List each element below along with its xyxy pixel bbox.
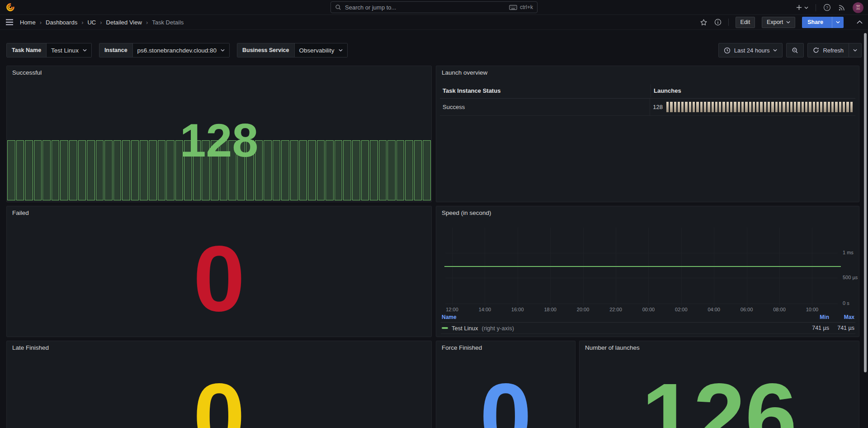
help-icon[interactable]: ? [823, 4, 831, 11]
legend-header-min[interactable]: Min [797, 314, 829, 320]
x-tick-label: 18:00 [544, 307, 557, 312]
panel-force-finished[interactable]: Force Finished 0 [436, 341, 576, 428]
sparkline-bar [741, 102, 744, 112]
avatar-glyph: ♖ [855, 4, 861, 11]
time-range-picker[interactable]: Last 24 hours [718, 43, 783, 57]
sparkline-bar [824, 102, 826, 112]
panel-title: Successful [12, 69, 42, 76]
filter-value-dropdown[interactable]: Test Linux [46, 43, 91, 57]
series-name[interactable]: Test Linux [452, 325, 478, 332]
panel-title: Late Finished [12, 344, 49, 351]
sparkline-bar [843, 102, 845, 112]
chevron-down-icon [804, 6, 808, 9]
divider [728, 19, 729, 26]
search-input[interactable]: Search or jump to... ctrl+k [330, 1, 538, 13]
edit-label: Edit [741, 19, 750, 25]
sparkline-bar [756, 102, 759, 112]
panel-successful[interactable]: Successful 128 [6, 66, 432, 202]
speed-chart-plot[interactable] [445, 228, 838, 306]
col-task-instance-status[interactable]: Task Instance Status [440, 83, 651, 98]
legend-header-name[interactable]: Name [442, 314, 797, 320]
sparkline-bar [704, 102, 706, 112]
user-avatar[interactable]: ♖ [853, 2, 863, 13]
series-axis-note: (right y-axis) [482, 325, 514, 332]
y-tick-label: 0 s [843, 300, 849, 306]
sparkline-bar [787, 102, 789, 112]
x-tick-label: 16:00 [511, 307, 524, 312]
share-dropdown-button[interactable] [832, 17, 844, 28]
filter-value-dropdown[interactable]: ps6.stonebranchdev.cloud:80 [132, 43, 229, 57]
share-button[interactable]: Share [802, 17, 844, 28]
sparkline-bar [846, 102, 849, 112]
col-launches[interactable]: Launches [651, 84, 855, 97]
caret-up-icon[interactable] [857, 20, 863, 24]
sparkline-bar [674, 102, 676, 112]
clock-icon [724, 47, 731, 54]
news-icon[interactable] [838, 4, 845, 11]
cell-launches: 128 [650, 99, 855, 115]
x-tick-label: 06:00 [741, 307, 753, 312]
grafana-logo-icon[interactable] [5, 2, 15, 12]
panel-title: Speed (in second) [442, 209, 491, 216]
x-tick-label: 02:00 [675, 307, 688, 312]
sparkline-bar [764, 102, 766, 112]
sparkline-bar [749, 102, 751, 112]
launches-sparkline [666, 102, 853, 112]
stat-value-force-finished: 0 [436, 341, 575, 428]
breadcrumb-separator: › [146, 19, 148, 26]
breadcrumb-item-dashboards[interactable]: Dashboards [46, 19, 77, 26]
plus-icon [796, 5, 802, 10]
panel-number-of-launches[interactable]: Number of launches 126 [579, 341, 859, 428]
sparkline-bar [726, 102, 729, 112]
refresh-icon [813, 47, 819, 53]
edit-button[interactable]: Edit [736, 17, 755, 28]
breadcrumb-item-uc[interactable]: UC [87, 19, 96, 26]
refresh-button[interactable]: Refresh [807, 43, 862, 57]
sparkline-bar [745, 102, 747, 112]
info-icon[interactable] [714, 19, 722, 26]
variables-bar: Task NameTest LinuxInstanceps6.stonebran… [6, 43, 862, 57]
breadcrumb-item-detailed-view[interactable]: Detailed View [106, 19, 142, 26]
filter-business-service[interactable]: Business ServiceObservability [237, 43, 348, 57]
panel-title: Number of launches [585, 344, 640, 351]
speed-legend: Name Min Max Test Linux (right y-axis) 7… [441, 314, 855, 334]
x-tick-label: 14:00 [479, 307, 491, 312]
x-tick-label: 12:00 [446, 307, 458, 312]
filter-value-dropdown[interactable]: Observability [294, 43, 347, 57]
export-label: Export [767, 19, 783, 25]
sparkline-bar [820, 102, 822, 112]
new-menu-button[interactable] [796, 5, 808, 10]
refresh-label: Refresh [823, 47, 844, 54]
sparkline-bar [813, 102, 815, 112]
sparkline-bar [700, 102, 703, 112]
panel-launch-overview[interactable]: Launch overview Task Instance Status Lau… [436, 66, 859, 202]
breadcrumb-separator: › [100, 19, 102, 26]
sparkline-bar [730, 102, 732, 112]
zoom-out-button[interactable] [786, 43, 804, 57]
breadcrumb-separator: › [81, 19, 83, 26]
sparkline-bar [850, 102, 853, 112]
sparkline-bar [685, 102, 687, 112]
sparkline-bar [670, 102, 672, 112]
sparkline-bar [771, 102, 774, 112]
star-icon[interactable] [700, 19, 708, 26]
sparkline-bar [760, 102, 762, 112]
export-button[interactable]: Export [762, 17, 795, 28]
menu-icon[interactable] [5, 19, 14, 25]
panel-speed[interactable]: Speed (in second) 1 ms500 µs0 s 12:0014:… [436, 206, 859, 337]
panel-failed[interactable]: Failed 0 [6, 206, 432, 337]
y-gridline [445, 304, 838, 304]
panel-late-finished[interactable]: Late Finished 0 [6, 341, 432, 428]
filter-task-name[interactable]: Task NameTest Linux [6, 43, 92, 57]
top-nav-bar: Search or jump to... ctrl+k ? [0, 0, 868, 15]
page-scrollbar[interactable] [864, 33, 867, 372]
legend-header-max[interactable]: Max [829, 314, 854, 320]
refresh-main[interactable]: Refresh [808, 43, 849, 57]
sparkline-bar [816, 102, 819, 112]
search-icon [335, 4, 341, 10]
legend-header: Name Min Max [441, 314, 855, 323]
refresh-interval-dropdown[interactable] [849, 43, 861, 57]
breadcrumb-item-home[interactable]: Home [20, 19, 36, 26]
filter-instance[interactable]: Instanceps6.stonebranchdev.cloud:80 [99, 43, 230, 57]
stat-value-number-of-launches: 126 [580, 341, 859, 428]
